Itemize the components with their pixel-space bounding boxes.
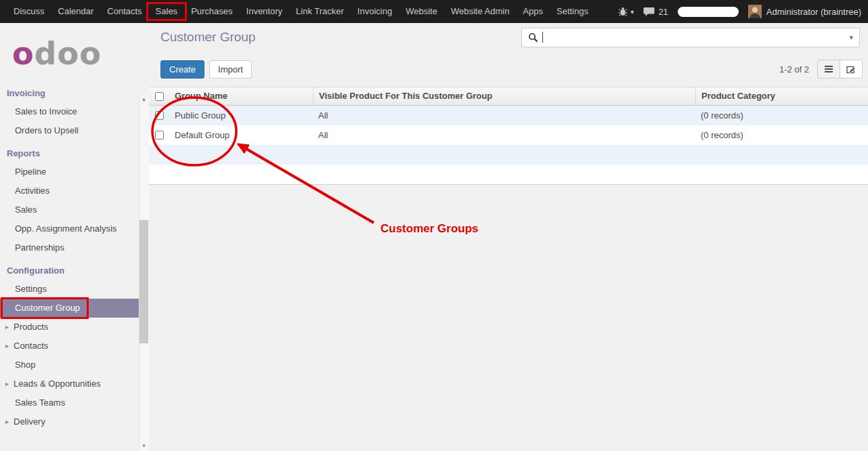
messages-indicator[interactable]: 21 — [643, 7, 668, 17]
search-dropdown-caret-icon[interactable]: ▾ — [849, 33, 853, 42]
main-content: Customer Group ▾ Create Import 1-2 of 2 — [149, 23, 868, 451]
caret-down-icon: ▾ — [630, 8, 634, 16]
empty-row — [149, 165, 868, 184]
topbar-item-website[interactable]: Website — [399, 0, 444, 23]
empty-row — [149, 145, 868, 165]
sidebar-item-sales[interactable]: Sales — [0, 200, 139, 219]
topbar-item-contacts[interactable]: Contacts — [100, 0, 148, 23]
sidebar-item-sales-teams[interactable]: Sales Teams — [0, 393, 139, 412]
row-checkbox[interactable] — [155, 131, 164, 139]
search-box: ▾ — [521, 28, 860, 47]
sidebar-item-contacts[interactable]: ▸Contacts — [0, 337, 139, 356]
sidebar-nav: Invoicing Sales to Invoice Orders to Ups… — [0, 80, 149, 431]
sidebar-section-configuration: Configuration — [0, 257, 149, 280]
sidebar-item-delivery[interactable]: ▸Delivery — [0, 412, 139, 431]
scrollbar-up-arrow[interactable]: ▲ — [139, 95, 149, 104]
cell-group-name: Default Group — [169, 130, 313, 140]
topbar-item-purchases[interactable]: Purchases — [184, 0, 239, 23]
row-checkbox[interactable] — [155, 111, 164, 120]
sidebar-item-leads-opportunities[interactable]: ▸Leads & Opportunities — [0, 374, 139, 393]
form-view-icon — [846, 65, 856, 74]
topbar: Discuss Calendar Contacts Sales Purchase… — [0, 0, 868, 23]
sidebar: odoo Invoicing Sales to Invoice Orders t… — [0, 23, 149, 451]
control-bar: Create Import 1-2 of 2 — [149, 51, 868, 87]
page: Discuss Calendar Contacts Sales Purchase… — [0, 0, 868, 451]
sidebar-item-settings[interactable]: Settings — [0, 280, 139, 299]
recorder-pill — [678, 7, 739, 17]
user-name: Administrator (braintree) — [766, 7, 861, 17]
list-view-button[interactable] — [817, 60, 840, 79]
customer-group-table: Group Name Visible Product For This Cust… — [149, 87, 868, 185]
cell-visible-product: All — [313, 130, 695, 140]
sidebar-section-invoicing: Invoicing — [0, 80, 149, 102]
search-input[interactable] — [547, 33, 845, 43]
scrollbar-down-arrow[interactable]: ▼ — [139, 442, 149, 451]
cell-visible-product: All — [313, 110, 695, 121]
table-row[interactable]: Default Group All (0 records) — [149, 125, 868, 145]
topbar-item-link-tracker[interactable]: Link Tracker — [289, 0, 351, 23]
form-view-button[interactable] — [840, 60, 863, 79]
bug-icon — [618, 7, 628, 16]
expand-arrow-icon: ▸ — [5, 379, 14, 389]
sidebar-item-partnerships[interactable]: Partnerships — [0, 238, 139, 257]
expand-arrow-icon: ▸ — [5, 322, 14, 332]
row-checkbox-cell — [149, 131, 169, 139]
topbar-item-calendar[interactable]: Calendar — [51, 0, 101, 23]
sidebar-item-orders-to-upsell[interactable]: Orders to Upsell — [0, 121, 139, 140]
topbar-item-invoicing[interactable]: Invoicing — [351, 0, 399, 23]
sidebar-item-pipeline[interactable]: Pipeline — [0, 163, 139, 181]
sidebar-item-products[interactable]: ▸Products — [0, 318, 139, 337]
column-header-visible-product[interactable]: Visible Product For This Customer Group — [313, 87, 695, 105]
sidebar-item-shop[interactable]: Shop — [0, 356, 139, 374]
cell-group-name: Public Group — [169, 110, 313, 121]
list-view-icon — [824, 65, 833, 73]
messages-count: 21 — [658, 7, 668, 17]
odoo-logo[interactable]: odoo — [12, 38, 149, 69]
pagination: 1-2 of 2 — [779, 64, 809, 74]
topbar-item-settings[interactable]: Settings — [550, 0, 595, 23]
column-header-group-name[interactable]: Group Name — [169, 87, 313, 105]
select-all-checkbox[interactable] — [155, 92, 164, 101]
column-header-product-category[interactable]: Product Category — [695, 87, 868, 105]
user-menu[interactable]: Administrator (braintree) — [748, 5, 861, 18]
chat-icon — [643, 7, 655, 17]
sidebar-item-opp-assignment-analysis[interactable]: Opp. Assignment Analysis — [0, 219, 139, 238]
top-menu: Discuss Calendar Contacts Sales Purchase… — [7, 0, 595, 23]
control-right: 1-2 of 2 — [779, 60, 863, 79]
create-button[interactable]: Create — [160, 60, 204, 79]
row-checkbox-cell — [149, 111, 169, 120]
expand-arrow-icon: ▸ — [5, 341, 14, 351]
table-header-row: Group Name Visible Product For This Cust… — [149, 87, 868, 106]
topbar-item-apps[interactable]: Apps — [516, 0, 550, 23]
select-all-cell — [149, 87, 169, 105]
expand-arrow-icon: ▸ — [5, 417, 14, 427]
sidebar-item-activities[interactable]: Activities — [0, 181, 139, 200]
topbar-right: ▾ 21 Administrator (braintree) — [618, 5, 861, 18]
sidebar-scrollbar[interactable]: ▲ ▼ — [139, 95, 149, 451]
cell-product-category: (0 records) — [695, 130, 868, 140]
avatar — [748, 5, 762, 18]
main-header: Customer Group ▾ — [149, 23, 868, 51]
page-title: Customer Group — [160, 30, 255, 45]
sidebar-item-sales-to-invoice[interactable]: Sales to Invoice — [0, 102, 139, 121]
topbar-item-discuss[interactable]: Discuss — [7, 0, 51, 23]
import-button[interactable]: Import — [209, 60, 252, 79]
scrollbar-thumb[interactable] — [139, 220, 148, 343]
topbar-item-sales[interactable]: Sales — [149, 0, 185, 23]
topbar-item-inventory[interactable]: Inventory — [240, 0, 289, 23]
view-switcher — [817, 60, 863, 79]
app-body: odoo Invoicing Sales to Invoice Orders t… — [0, 23, 868, 451]
cell-product-category: (0 records) — [695, 110, 868, 121]
search-icon — [528, 33, 538, 43]
sidebar-item-customer-group[interactable]: Customer Group — [0, 299, 139, 318]
text-cursor — [542, 32, 543, 43]
topbar-item-sales-label: Sales — [156, 6, 178, 16]
debug-menu[interactable]: ▾ — [618, 7, 634, 16]
table-row[interactable]: Public Group All (0 records) — [149, 106, 868, 125]
topbar-item-website-admin[interactable]: Website Admin — [444, 0, 516, 23]
sidebar-section-reports: Reports — [0, 140, 149, 163]
